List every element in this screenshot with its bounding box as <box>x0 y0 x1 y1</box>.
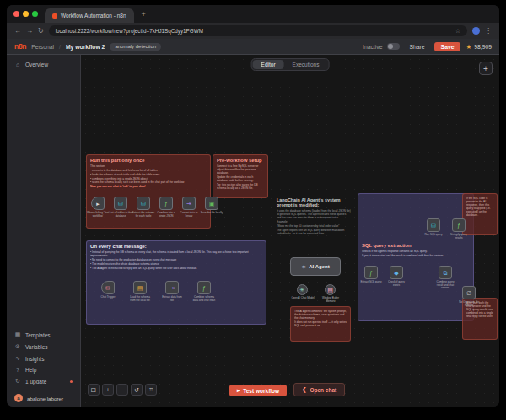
node-when-clicking-test-workflow[interactable]: ▸When clicking 'Test workflow' <box>91 197 105 210</box>
browser-url-bar: ← → ↻ localhost:2222/workflow/new?projec… <box>7 23 499 39</box>
node-combine-into-json[interactable]: ƒCombine into a single JSON <box>159 197 173 210</box>
node-run-sql-query[interactable]: ⛁Run SQL query <box>427 218 440 232</box>
breadcrumb-project[interactable]: Personal <box>31 44 54 50</box>
sidebar-item-templates[interactable]: ▦ Templates <box>7 329 80 341</box>
n8n-favicon-icon <box>52 13 57 19</box>
share-button[interactable]: Share <box>405 42 428 51</box>
node-ai-agent[interactable]: ✶AI Agent <box>290 257 341 276</box>
new-tab-button[interactable]: + <box>139 10 148 19</box>
database-icon: ⛁ <box>141 201 146 207</box>
tab-executions[interactable]: Executions <box>284 60 328 69</box>
sidebar-item-variables[interactable]: ⊘ Variables <box>7 341 80 353</box>
active-toggle[interactable] <box>387 43 400 50</box>
sidebar-item-overview[interactable]: ⌂ Overview <box>7 59 80 70</box>
close-window-button[interactable] <box>13 11 19 17</box>
node-label: Window Buffer Memory <box>319 296 342 302</box>
node-extract-table-schema[interactable]: ⛁Extract the schema for each table <box>137 197 150 210</box>
node-label: Load the schema from the local file <box>128 295 152 301</box>
sidebar-item-insights[interactable]: ∿ Insights <box>7 353 80 364</box>
node-label: When clicking 'Test workflow' <box>86 211 110 217</box>
node-no-operation[interactable]: ∅No Operation, do nothing <box>462 286 476 299</box>
browser-profile-avatar[interactable] <box>472 27 480 35</box>
breadcrumb-separator: / <box>59 44 61 50</box>
node-extract-data-from-file[interactable]: ⇥Extract data from file <box>165 281 179 294</box>
bookmark-icon[interactable]: ☆ <box>455 28 460 35</box>
node-list-all-tables[interactable]: ⛁List all tables in the database <box>114 197 127 210</box>
fullscreen-window-button[interactable] <box>32 11 38 17</box>
chat-trigger-icon: ✉ <box>105 285 110 291</box>
node-extract-sql-query[interactable]: ƒExtract SQL query <box>364 266 378 279</box>
open-chat-button[interactable]: ❮ Open chat <box>293 383 345 396</box>
if-icon: ◆ <box>394 270 398 276</box>
star-icon: ★ <box>466 43 471 51</box>
reset-zoom-button[interactable]: ↺ <box>131 384 143 396</box>
browser-menu-icon[interactable]: ⋮ <box>485 28 492 35</box>
database-icon: ⛁ <box>431 223 436 229</box>
workflow-name[interactable]: My workflow 2 <box>66 44 105 50</box>
memory-icon: ▤ <box>327 287 333 293</box>
chat-icon: ❮ <box>302 386 306 393</box>
node-label: Check if query exists <box>385 280 408 286</box>
node-label: Combine schema data and chat input <box>192 295 216 301</box>
zoom-out-button[interactable]: − <box>116 384 128 396</box>
file-convert-icon: ⇥ <box>186 201 191 207</box>
tab-title: Workflow Automation - n8n <box>61 13 126 19</box>
node-load-schema-from-file[interactable]: ▤Load the schema from the local file <box>133 281 147 294</box>
canvas-controls: ⊡ + − ↺ ⌗ <box>88 384 157 396</box>
test-workflow-button[interactable]: ▸ Test workflow <box>229 385 287 396</box>
browser-tab[interactable]: Workflow Automation - n8n <box>45 8 134 23</box>
templates-icon: ▦ <box>14 331 21 338</box>
minimize-window-button[interactable] <box>23 11 29 17</box>
node-save-file-locally[interactable]: ▣Save the file locally <box>205 197 218 210</box>
sidebar-item-help[interactable]: ? Help <box>7 364 80 375</box>
sidebar-item-label: 1 update <box>25 379 46 385</box>
url-text: localhost:2222/workflow/new?projectId=7k… <box>56 28 203 34</box>
code-icon: ƒ <box>369 270 373 276</box>
browser-window: Workflow Automation - n8n + ← → ↻ localh… <box>7 5 499 407</box>
active-status-label: Inactive <box>363 44 382 50</box>
open-chat-label: Open chat <box>310 387 336 393</box>
node-label: Chat Trigger <box>96 295 120 299</box>
sidebar-item-label: Insights <box>25 356 44 362</box>
reload-icon[interactable]: ↻ <box>38 28 44 35</box>
node-chat-trigger[interactable]: ✉Chat Trigger <box>101 281 115 294</box>
tidy-up-button[interactable]: ⌗ <box>145 384 157 396</box>
node-check-if-query-exists[interactable]: ◆Check if query exists <box>390 266 403 279</box>
zoom-in-button[interactable]: + <box>102 384 114 396</box>
update-icon: ↻ <box>14 378 21 385</box>
file-icon: ▤ <box>137 285 143 291</box>
node-stringify-query-results[interactable]: ƒStringify query results <box>452 218 466 232</box>
node-convert-to-binary[interactable]: ⇥Convert data to binary <box>182 197 196 210</box>
node-label: Stringify query results <box>447 233 471 239</box>
node-label: Run SQL query <box>422 233 445 236</box>
n8n-logo[interactable]: n8n <box>14 42 26 51</box>
add-node-button[interactable]: + <box>479 62 493 75</box>
zoom-to-fit-button[interactable]: ⊡ <box>88 384 100 396</box>
update-badge-dot <box>70 380 73 383</box>
node-combine-schema-and-chat[interactable]: ƒCombine schema data and chat input <box>197 281 211 294</box>
node-label: List all tables in the database <box>109 211 132 217</box>
workflow-canvas[interactable]: Editor Executions + Run this part only o… <box>81 55 499 407</box>
workflow-tag-badge[interactable]: anomaly detection <box>110 43 161 51</box>
back-icon[interactable]: ← <box>14 28 21 35</box>
save-button[interactable]: Save <box>434 42 461 51</box>
browser-tab-strip: Workflow Automation - n8n + <box>7 5 499 23</box>
sidebar-item-label: Overview <box>25 62 48 67</box>
address-bar[interactable]: localhost:2222/workflow/new?projectId=7k… <box>49 25 467 36</box>
merge-icon: ⧉ <box>444 270 448 276</box>
variables-icon: ⊘ <box>14 343 21 350</box>
node-window-buffer-memory[interactable]: ▤Window Buffer Memory <box>325 284 336 295</box>
sidebar-item-updates[interactable]: ↻ 1 update <box>7 375 80 387</box>
sidebar-user-menu[interactable]: a abalone laborer <box>7 390 80 404</box>
openai-icon: ✳ <box>300 287 305 293</box>
forward-icon[interactable]: → <box>26 28 33 35</box>
file-extract-icon: ⇥ <box>170 285 175 291</box>
github-stars[interactable]: ★ 98,909 <box>466 43 492 51</box>
help-icon: ? <box>14 367 21 373</box>
node-combine-result-and-answer[interactable]: ⧉Combine query result and chat answer <box>439 266 452 279</box>
app-header: n8n Personal / My workflow 2 anomaly det… <box>7 39 499 55</box>
node-openai-chat-model[interactable]: ✳OpenAI Chat Model <box>297 284 308 295</box>
sidebar-item-label: Variables <box>25 344 48 350</box>
sidebar: ⌂ Overview ▦ Templates ⊘ Variables ∿ Ins… <box>7 55 81 407</box>
tab-editor[interactable]: Editor <box>253 60 284 69</box>
